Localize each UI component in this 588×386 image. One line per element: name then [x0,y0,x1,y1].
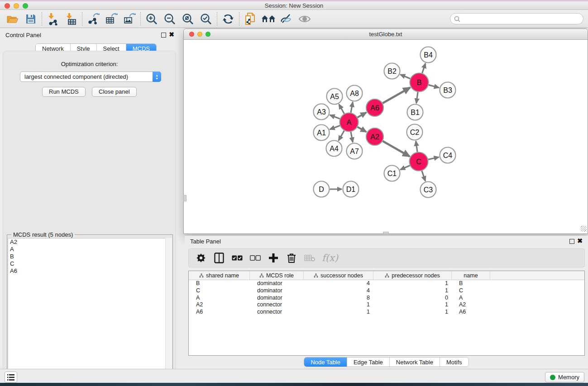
show-details-button[interactable] [277,11,296,27]
table-settings-button[interactable] [195,251,207,265]
zoom-out-button[interactable] [161,11,179,27]
open-session-button[interactable] [4,11,22,27]
save-session-button[interactable] [22,11,40,27]
network-vertical-scrollbar[interactable] [183,195,186,201]
edge-C-C2[interactable] [416,141,417,152]
zoom-fit-button[interactable] [179,11,197,27]
zoom-in-button[interactable] [143,11,161,27]
edge-A-A2[interactable] [358,127,367,132]
column-header-name[interactable]: name [452,271,490,280]
edge-A6-B[interactable] [382,87,410,103]
node-table[interactable]: shared nameMCDS rolesuccessor nodesprede… [188,271,585,356]
mcds-list-scrollbar[interactable] [165,238,172,386]
table-row[interactable]: Adominator80A [189,295,584,302]
export-image-button[interactable] [120,11,139,27]
search-field[interactable] [450,13,583,24]
search-input[interactable] [462,15,575,22]
float-panel-icon[interactable] [161,33,166,38]
delete-column-button[interactable] [286,251,297,265]
edge-B-B2[interactable] [400,75,410,79]
minimize-window-button[interactable] [14,3,19,9]
hide-details-button[interactable] [296,11,314,27]
node-A2[interactable]: A2 [366,128,383,145]
tab-edge-table[interactable]: Edge Table [347,357,390,367]
tab-network-table[interactable]: Network Table [390,357,440,367]
table-row[interactable]: Cdominator41C [189,287,584,295]
close-window-button[interactable] [5,3,10,9]
close-network-button[interactable] [189,32,194,37]
node-D[interactable]: D [314,181,330,197]
home-button[interactable] [259,11,277,27]
node-C[interactable]: C [410,152,428,171]
node-D1[interactable]: D1 [343,181,359,197]
edge-A2-C[interactable] [382,141,410,157]
edge-C-C4[interactable] [428,157,439,159]
edge-A-A7[interactable] [351,132,353,142]
node-A1[interactable]: A1 [314,125,330,141]
network-window-titlebar[interactable]: testGlobe.txt [184,29,588,40]
column-header-predecessor-nodes[interactable]: predecessor nodes [373,271,452,280]
node-A[interactable]: A [340,113,359,132]
criterion-dropdown[interactable]: largest connected component (directed) ▲… [20,71,161,82]
zoom-window-button[interactable] [23,3,28,9]
table-row[interactable]: A2connector11A2 [189,301,584,309]
column-header-shared-name[interactable]: shared name [189,271,250,280]
node-A4[interactable]: A4 [326,141,342,157]
mcds-result-item[interactable]: A2 [8,238,172,246]
node-B3[interactable]: B3 [440,82,456,98]
resize-grip[interactable] [581,226,587,232]
table-row[interactable]: A6connector11A6 [189,309,584,316]
import-network-button[interactable] [44,11,62,27]
column-header-successor-nodes[interactable]: successor nodes [304,271,373,280]
close-panel-button[interactable]: Close panel [92,87,137,97]
copy-network-button[interactable] [241,11,259,27]
select-all-button[interactable] [231,251,243,265]
edge-B-B3[interactable] [429,85,439,88]
refresh-button[interactable] [219,11,237,27]
edge-A-A5[interactable] [339,104,344,114]
node-C4[interactable]: C4 [440,148,456,163]
close-panel-icon[interactable]: ✖ [169,31,174,38]
tab-node-table[interactable]: Node Table [304,357,347,367]
network-graph[interactable]: B4B2BB3A5A8A6A3B1AA1C2A2A4A7C4CC1C3DD1 [184,40,587,234]
zoom-selected-button[interactable] [197,11,215,27]
mcds-result-item[interactable]: A6 [8,267,172,275]
network-canvas[interactable]: B4B2BB3A5A8A6A3B1AA1C2A2A4A7C4CC1C3DD1 [184,40,587,234]
node-C3[interactable]: C3 [421,182,436,198]
function-builder-button[interactable]: f(x) [322,251,338,265]
delete-table-button[interactable] [304,251,316,265]
node-A3[interactable]: A3 [314,104,330,120]
run-mcds-button[interactable]: Run MCDS [42,87,86,97]
network-horizontal-scrollbar[interactable] [383,232,389,234]
node-A7[interactable]: A7 [347,143,363,159]
edge-A-A6[interactable] [358,113,367,118]
node-C2[interactable]: C2 [407,124,423,140]
node-C1[interactable]: C1 [384,166,400,181]
create-column-button[interactable] [268,251,279,265]
tab-motifs[interactable]: Motifs [440,357,468,367]
edge-C-C3[interactable] [422,171,425,181]
task-history-button[interactable] [5,372,17,383]
import-table-button[interactable] [62,11,80,27]
deselect-all-button[interactable] [249,251,261,265]
node-A6[interactable]: A6 [366,99,383,116]
mcds-result-item[interactable]: B [8,253,172,260]
mcds-result-item[interactable]: C [8,260,172,267]
node-A5[interactable]: A5 [327,89,343,105]
node-B4[interactable]: B4 [421,47,436,63]
zoom-network-button[interactable] [206,32,210,37]
edge-C-C1[interactable] [400,166,410,170]
close-table-panel-icon[interactable]: ✖ [577,237,583,244]
edge-A-A3[interactable] [330,115,340,119]
edge-A-A4[interactable] [339,131,344,141]
table-row[interactable]: Bdominator41B [189,280,584,287]
column-header-MCDS-role[interactable]: MCDS role [250,271,304,280]
mcds-result-list[interactable]: A2ABCA6 [8,238,172,386]
node-A8[interactable]: A8 [347,86,363,101]
mcds-result-item[interactable]: A [8,246,172,253]
export-table-button[interactable] [102,11,120,27]
export-network-button[interactable] [84,11,102,27]
edge-B-B1[interactable] [416,92,418,103]
minimize-network-button[interactable] [197,32,202,37]
node-B[interactable]: B [410,73,429,92]
